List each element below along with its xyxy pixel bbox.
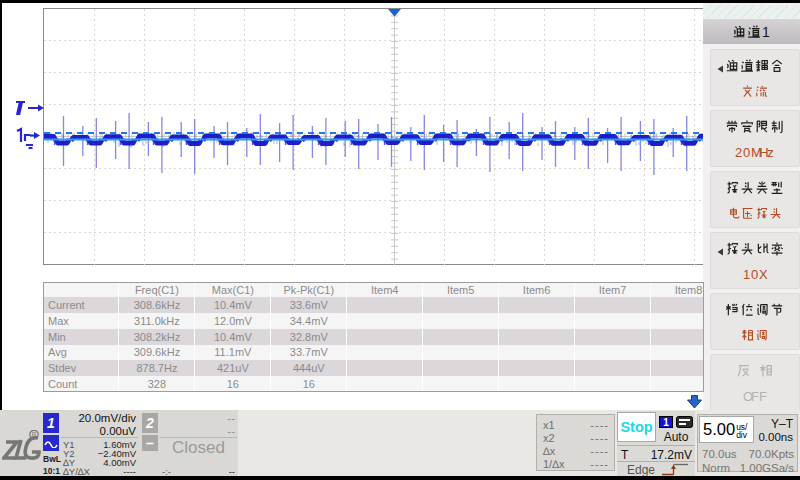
svg-text:0: 0 <box>743 146 750 159</box>
svg-text:2: 2 <box>735 146 742 159</box>
svg-text:X: X <box>759 268 767 281</box>
svg-text:1: 1 <box>762 25 770 39</box>
svg-text:F: F <box>759 390 767 403</box>
svg-text:0: 0 <box>751 268 758 281</box>
svg-text:z: z <box>767 146 774 159</box>
svg-text:F: F <box>751 390 759 403</box>
svg-text:R: R <box>32 431 37 438</box>
svg-text:1: 1 <box>743 268 750 281</box>
